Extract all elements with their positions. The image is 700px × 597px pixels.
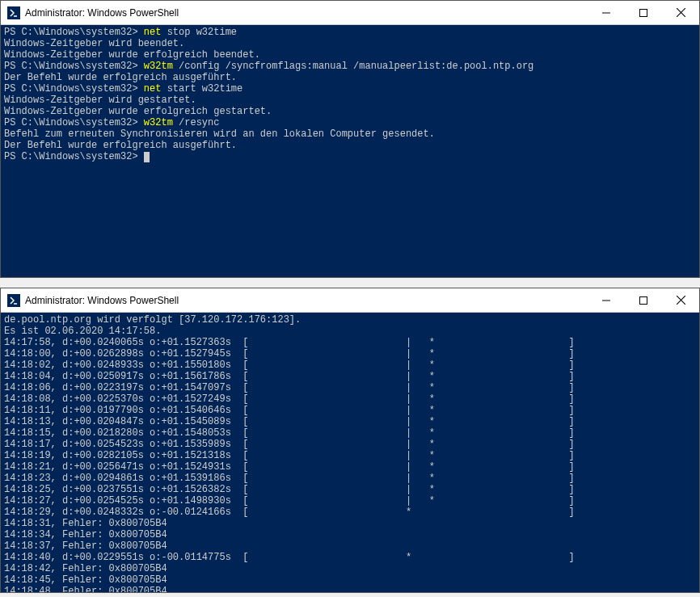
terminal-line: 14:18:17, d:+00.0254523s o:+01.1535989s … (4, 439, 696, 450)
terminal-line: Windows-Zeitgeber wurde erfolgreich been… (4, 49, 696, 61)
terminal-line: 14:18:25, d:+00.0237551s o:+01.1526382s … (4, 484, 696, 495)
terminal-line: PS C:\Windows\system32> (4, 151, 696, 162)
terminal-line: Der Befehl wurde erfolgreich ausgeführt. (4, 140, 696, 151)
terminal-line: 14:18:23, d:+00.0294861s o:+01.1539186s … (4, 473, 696, 484)
cursor (144, 152, 150, 162)
terminal-line: 14:17:58, d:+00.0240065s o:+01.1527363s … (4, 337, 696, 348)
svg-rect-1 (640, 9, 647, 16)
terminal-line: 14:18:11, d:+00.0197790s o:+01.1540646s … (4, 405, 696, 416)
terminal-line: Befehl zum erneuten Synchronisieren wird… (4, 128, 696, 140)
svg-rect-5 (640, 296, 647, 304)
terminal-line: 14:18:48, Fehler: 0x800705B4 (4, 586, 696, 592)
terminal-line: Windows-Zeitgeber wurde erfolgreich gest… (4, 106, 696, 117)
window-controls (588, 288, 699, 312)
terminal-line: 14:18:27, d:+00.0254525s o:+01.1498930s … (4, 495, 696, 507)
terminal-line: Der Befehl wurde erfolgreich ausgeführt. (4, 72, 696, 83)
terminal-line: de.pool.ntp.org wird verfolgt [37.120.17… (4, 314, 696, 326)
powershell-icon (7, 6, 20, 19)
powershell-window-2: Administrator: Windows PowerShell de.poo… (0, 288, 700, 593)
terminal-line: Windows-Zeitgeber wird beendet. (4, 38, 696, 49)
terminal-line: 14:18:15, d:+00.0218280s o:+01.1548053s … (4, 427, 696, 439)
window-controls (588, 1, 699, 24)
terminal-line: 14:18:29, d:+00.0248332s o:-00.0124166s … (4, 507, 696, 518)
terminal-line: 14:18:06, d:+00.0223197s o:+01.1547097s … (4, 382, 696, 393)
minimize-button[interactable] (588, 288, 625, 312)
minimize-button[interactable] (588, 1, 625, 24)
terminal-line: Es ist 02.06.2020 14:17:58. (4, 326, 696, 337)
terminal-line: 14:18:45, Fehler: 0x800705B4 (4, 574, 696, 586)
terminal-line: 14:18:34, Fehler: 0x800705B4 (4, 529, 696, 540)
window-title: Administrator: Windows PowerShell (25, 7, 179, 19)
titlebar[interactable]: Administrator: Windows PowerShell (1, 288, 699, 313)
maximize-button[interactable] (625, 1, 662, 24)
maximize-button[interactable] (625, 288, 662, 312)
terminal-line: PS C:\Windows\system32> net stop w32time (4, 27, 696, 38)
terminal-line: 14:18:40, d:+00.0229551s o:-00.0114775s … (4, 552, 696, 563)
terminal-line: 14:18:31, Fehler: 0x800705B4 (4, 518, 696, 529)
terminal-line: PS C:\Windows\system32> w32tm /resync (4, 117, 696, 128)
terminal-line: PS C:\Windows\system32> w32tm /config /s… (4, 61, 696, 72)
terminal-body[interactable]: de.pool.ntp.org wird verfolgt [37.120.17… (1, 313, 699, 592)
terminal-line: 14:18:13, d:+00.0204847s o:+01.1545089s … (4, 416, 696, 427)
terminal-line: 14:18:37, Fehler: 0x800705B4 (4, 540, 696, 552)
powershell-icon (7, 294, 20, 307)
titlebar[interactable]: Administrator: Windows PowerShell (1, 1, 699, 25)
close-button[interactable] (662, 288, 699, 312)
terminal-line: 14:18:00, d:+00.0262898s o:+01.1527945s … (4, 348, 696, 359)
terminal-line: 14:18:08, d:+00.0225370s o:+01.1527249s … (4, 393, 696, 405)
powershell-window-1: Administrator: Windows PowerShell PS C:\… (0, 0, 700, 278)
terminal-line: PS C:\Windows\system32> net start w32tim… (4, 83, 696, 95)
terminal-line: 14:18:04, d:+00.0250917s o:+01.1561786s … (4, 371, 696, 382)
terminal-body[interactable]: PS C:\Windows\system32> net stop w32time… (1, 25, 699, 277)
terminal-line: 14:18:19, d:+00.0282105s o:+01.1521318s … (4, 450, 696, 461)
terminal-line: 14:18:02, d:+00.0248933s o:+01.1550180s … (4, 359, 696, 371)
terminal-line: Windows-Zeitgeber wird gestartet. (4, 95, 696, 106)
terminal-line: 14:18:21, d:+00.0256471s o:+01.1524931s … (4, 461, 696, 473)
window-title: Administrator: Windows PowerShell (25, 295, 179, 306)
terminal-line: 14:18:42, Fehler: 0x800705B4 (4, 563, 696, 574)
close-button[interactable] (662, 1, 699, 24)
